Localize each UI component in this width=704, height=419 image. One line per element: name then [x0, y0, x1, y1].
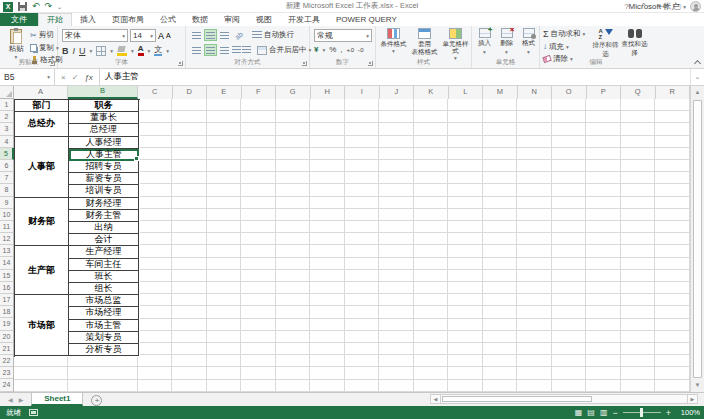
scroll-down-icon[interactable]: ▼ [691, 379, 704, 392]
row-header-20[interactable]: 20 [0, 331, 13, 343]
horizontal-scrollbar[interactable]: ◀ ▶ [430, 394, 698, 404]
row-header-2[interactable]: 2 [0, 111, 13, 123]
ribbon-tab-插入[interactable]: 插入 [72, 13, 104, 26]
insert-function-icon[interactable]: ƒx [84, 73, 92, 82]
name-box[interactable]: B5 ▾ [0, 69, 55, 85]
row-header-16[interactable]: 16 [0, 282, 13, 294]
comma-style-icon[interactable]: , [340, 45, 342, 54]
increase-decimal-icon[interactable]: +.0 [347, 47, 354, 53]
cell-A17[interactable]: 市场部 [15, 295, 69, 356]
row-header-5[interactable]: 5 [0, 148, 14, 160]
clipboard-dialog-launcher-icon[interactable] [50, 61, 55, 66]
account-area[interactable]: Microsoft 帐户 ▾ [629, 1, 701, 12]
borders-icon[interactable] [96, 46, 106, 56]
sheet-nav-left-icon[interactable]: ◀ [8, 396, 13, 403]
worksheet-grid[interactable]: ABCDEFGHIJKLMNOPQR 123456789101112131415… [0, 86, 704, 392]
phonetic-dropdown-icon[interactable]: ▾ [166, 48, 169, 54]
row-header-18[interactable]: 18 [0, 306, 13, 318]
ribbon-tab-视图[interactable]: 视图 [248, 13, 280, 26]
italic-button[interactable]: I [73, 46, 76, 56]
cell-A2[interactable]: 总经办 [15, 112, 69, 136]
font-color-icon[interactable]: A [138, 45, 144, 56]
increase-indent-icon[interactable] [242, 46, 251, 54]
row-header-14[interactable]: 14 [0, 257, 13, 269]
merge-center-button[interactable]: 合并后居中 ▾ [257, 45, 311, 55]
row-header-11[interactable]: 11 [0, 221, 13, 233]
row-header-23[interactable]: 23 [0, 367, 13, 379]
number-dialog-launcher-icon[interactable] [368, 61, 373, 66]
align-middle-icon[interactable] [204, 29, 217, 41]
scroll-up-icon[interactable]: ▲ [691, 86, 704, 99]
row-header-24[interactable]: 24 [0, 379, 13, 391]
cell-A1[interactable]: 部门 [15, 100, 69, 112]
vertical-scrollbar[interactable]: ▲ ▼ [690, 86, 704, 392]
column-header-O[interactable]: O [552, 86, 587, 99]
format-as-table-button[interactable]: 套用 表格格式 [409, 28, 440, 62]
decrease-indent-icon[interactable] [232, 46, 241, 54]
ribbon-tab-文件[interactable]: 文件 [0, 13, 38, 26]
column-header-R[interactable]: R [656, 86, 691, 99]
cell-B4[interactable]: 人事经理 [69, 137, 139, 149]
ribbon-tab-页面布局[interactable]: 页面布局 [104, 13, 152, 26]
formula-input[interactable]: 人事主管 [100, 69, 690, 85]
wrap-text-button[interactable]: 自动换行 [252, 30, 294, 40]
row-header-6[interactable]: 6 [0, 160, 13, 172]
formula-bar-expand-icon[interactable]: ⌄ [690, 69, 704, 85]
column-header-P[interactable]: P [587, 86, 622, 99]
horizontal-scroll-thumb[interactable] [442, 396, 592, 402]
column-header-F[interactable]: F [242, 86, 277, 99]
collapse-ribbon-icon[interactable] [694, 59, 700, 65]
enter-entry-icon[interactable]: ✓ [72, 73, 79, 82]
zoom-in-icon[interactable]: + [666, 408, 671, 418]
insert-cells-button[interactable]: 插入 ▾ [475, 28, 494, 55]
column-header-E[interactable]: E [207, 86, 242, 99]
font-name-combo[interactable]: 宋体 ▾ [62, 29, 128, 42]
sort-filter-button[interactable]: A Z 排序和筛选 [592, 28, 619, 59]
delete-cells-button[interactable]: 删除 ▾ [497, 28, 516, 55]
row-header-12[interactable]: 12 [0, 233, 13, 245]
vertical-scroll-thumb[interactable] [693, 100, 702, 378]
underline-button[interactable]: U [79, 46, 86, 56]
hscroll-right-icon[interactable]: ▶ [687, 394, 698, 404]
sheet-nav-right-icon[interactable]: ▶ [19, 396, 24, 403]
column-header-I[interactable]: I [345, 86, 380, 99]
conditional-formatting-button[interactable]: 条件格式 ▾ [378, 28, 409, 62]
select-all-corner[interactable] [0, 86, 14, 99]
row-header-4[interactable]: 4 [0, 136, 13, 148]
percent-style-icon[interactable]: % [329, 45, 336, 54]
column-header-D[interactable]: D [173, 86, 208, 99]
cell-styles-button[interactable]: 单元格样式 ▾ [440, 28, 471, 62]
accounting-dropdown-icon[interactable]: ▾ [322, 47, 325, 53]
column-header-H[interactable]: H [311, 86, 346, 99]
row-header-15[interactable]: 15 [0, 270, 13, 282]
align-center-icon[interactable] [204, 44, 217, 56]
fill-color-dropdown-icon[interactable]: ▾ [131, 48, 134, 54]
cell-B21[interactable]: 分析专员 [69, 344, 139, 356]
sheet-tab-Sheet1[interactable]: Sheet1 [31, 393, 83, 406]
row-header-13[interactable]: 13 [0, 245, 13, 257]
normal-view-icon[interactable]: ▦ [575, 407, 583, 419]
number-format-combo[interactable]: 常规 ▾ [314, 29, 372, 42]
ribbon-tab-公式[interactable]: 公式 [152, 13, 184, 26]
align-left-icon[interactable] [190, 44, 203, 56]
zoom-out-icon[interactable]: − [612, 408, 617, 418]
row-header-8[interactable]: 8 [0, 184, 13, 196]
row-header-17[interactable]: 17 [0, 294, 13, 306]
cell-A9[interactable]: 财务部 [15, 198, 69, 247]
row-header-7[interactable]: 7 [0, 172, 13, 184]
increase-font-icon[interactable]: A [158, 31, 164, 41]
column-header-G[interactable]: G [276, 86, 311, 99]
cell-A4[interactable]: 人事部 [15, 137, 69, 198]
column-header-J[interactable]: J [380, 86, 415, 99]
autosum-button[interactable]: Σ 自动求和 ▾ [543, 29, 585, 39]
borders-dropdown-icon[interactable]: ▾ [110, 48, 113, 54]
row-header-21[interactable]: 21 [0, 343, 13, 355]
fill-color-icon[interactable] [117, 46, 127, 56]
font-color-dropdown-icon[interactable]: ▾ [148, 48, 151, 54]
row-header-19[interactable]: 19 [0, 318, 13, 330]
zoom-slider-thumb[interactable] [640, 408, 643, 417]
macro-record-icon[interactable] [29, 409, 38, 416]
font-dialog-launcher-icon[interactable] [178, 61, 183, 66]
hscroll-left-icon[interactable]: ◀ [430, 394, 441, 404]
alignment-dialog-launcher-icon[interactable] [302, 61, 307, 66]
